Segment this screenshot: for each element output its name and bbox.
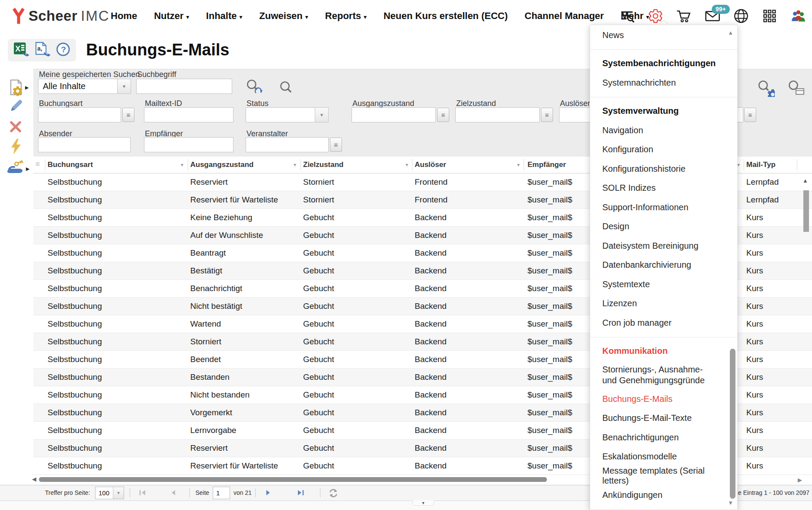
menu-item-10[interactable]: Support-Informationen	[590, 198, 737, 217]
filter-buchungsart-input[interactable]	[38, 107, 121, 122]
filter-zielzustand-input[interactable]	[455, 107, 540, 122]
menu-item-21[interactable]: Buchungs-E-Mail-Texte	[590, 409, 737, 428]
col-header-buchungsart[interactable]: Buchungsart	[48, 160, 93, 169]
column-menu-icon[interactable]: ▾	[181, 162, 183, 168]
menu-item-20[interactable]: Buchungs-E-Mails	[590, 389, 737, 409]
nav-item-5[interactable]: Neuen Kurs erstellen (ECC)	[384, 10, 508, 22]
per-page-label: Treffer pro Seite:	[45, 489, 90, 496]
next-page-button[interactable]	[265, 489, 272, 498]
veranstalter-list-button[interactable]: ≡	[330, 138, 342, 152]
menu-item-16[interactable]: Cron job manager	[590, 313, 737, 333]
menu-item-8[interactable]: Konfigurationshistorie	[590, 159, 737, 179]
refresh-icon[interactable]	[329, 489, 338, 499]
cell-ausgangszustand: Benachrichtigt	[190, 284, 242, 293]
cell-ausloeser: Backend	[415, 355, 447, 364]
menu-item-3[interactable]: Systemnachrichten	[590, 73, 737, 93]
column-menu-icon[interactable]: ▾	[294, 162, 296, 168]
cell-zielzustand: Storniert	[303, 195, 334, 205]
globe-icon[interactable]	[733, 7, 749, 25]
edit-pencil-icon[interactable]	[9, 99, 23, 115]
horizontal-scrollbar-thumb[interactable]	[39, 477, 547, 482]
ausloeser-list-button[interactable]: ≡	[744, 108, 756, 122]
menu-item-7[interactable]: Konfiguration	[590, 140, 737, 160]
settings-gear-icon[interactable]	[648, 7, 663, 25]
filter-absender-input[interactable]	[38, 137, 131, 152]
menu-scrollbar-thumb[interactable]	[730, 349, 735, 499]
menu-item-0[interactable]: News	[590, 26, 737, 45]
filter-status-select[interactable]: ▾	[246, 107, 329, 122]
last-page-button[interactable]	[297, 489, 305, 498]
prev-page-button[interactable]	[169, 489, 176, 498]
menu-item-11[interactable]: Design	[590, 217, 737, 237]
menu-item-12[interactable]: Dateisystem Bereinigung	[590, 236, 737, 256]
menu-item-22[interactable]: Benachrichtigungen	[590, 428, 737, 447]
nav-item-2[interactable]: Inhalte▾	[206, 10, 243, 22]
export-excel-icon[interactable]: X	[13, 42, 30, 59]
search-settings-icon[interactable]	[757, 80, 775, 99]
col-header-empfaenger[interactable]: Empfänger	[527, 160, 566, 169]
cart-icon[interactable]	[676, 7, 692, 25]
expand-arrow-icon[interactable]: ▶	[26, 166, 29, 172]
nav-item-3[interactable]: Zuweisen▾	[259, 10, 308, 22]
column-menu-icon[interactable]: ▾	[517, 162, 520, 168]
community-users-icon[interactable]	[790, 7, 806, 25]
menu-item-23[interactable]: Eskalationsmodelle	[590, 447, 737, 467]
scroll-right-icon[interactable]: ▶	[798, 477, 802, 483]
buchungsart-list-button[interactable]: ≡	[122, 108, 134, 122]
menu-scroll-down-icon[interactable]: ▼	[728, 500, 733, 506]
help-icon[interactable]: ?	[56, 42, 70, 58]
page-number-input[interactable]	[213, 487, 230, 499]
first-page-button[interactable]	[138, 489, 147, 498]
filter-ausgangszustand-input[interactable]	[352, 107, 436, 122]
scroll-left-icon[interactable]: ◀	[32, 476, 36, 482]
cell-empfaenger: $user_mail$	[527, 461, 572, 471]
assign-permissions-icon[interactable]	[6, 159, 25, 177]
nav-item-6[interactable]: Channel Manager	[524, 10, 604, 22]
menu-item-6[interactable]: Navigation	[590, 121, 737, 140]
column-menu-icon[interactable]: ▾	[406, 162, 408, 168]
menu-item-19[interactable]: Stornierungs-, Ausnahme- und Genehmigung…	[590, 361, 737, 389]
advanced-search-icon[interactable]	[619, 7, 635, 25]
ausgangszustand-list-button[interactable]: ≡	[437, 108, 449, 122]
mail-icon[interactable]: 99+	[705, 7, 720, 25]
brand-logo[interactable]: Scheer IMC	[12, 0, 110, 32]
cell-ausloeser: Backend	[415, 213, 447, 222]
per-page-select[interactable]: 100 ▾	[95, 487, 124, 499]
search-term-input[interactable]	[136, 79, 232, 94]
export-text-icon[interactable]: a,	[35, 42, 51, 59]
menu-scroll-up-icon[interactable]: ▲	[728, 29, 733, 36]
search-icon[interactable]	[279, 80, 294, 97]
menu-item-13[interactable]: Datenbankarchivierung	[590, 256, 737, 275]
saved-searches-select[interactable]: Alle Inhalte ▾	[38, 79, 131, 94]
lightning-icon[interactable]	[10, 138, 22, 157]
collapse-panel-handle[interactable]: ▼	[412, 500, 434, 506]
col-header-ausloeser[interactable]: Auslöser	[415, 160, 446, 169]
menu-divider	[590, 49, 737, 50]
drag-handle-icon[interactable]: ≡	[35, 160, 40, 169]
nav-item-1[interactable]: Nutzer▾	[154, 10, 189, 22]
search-reset-icon[interactable]	[246, 79, 263, 98]
filter-mailtext-id-input[interactable]	[144, 107, 233, 122]
col-header-mail-typ[interactable]: Mail-Typ	[746, 160, 776, 169]
menu-item-25[interactable]: Ankündigungen	[590, 486, 737, 505]
col-header-ausgangszustand[interactable]: Ausgangszustand	[190, 160, 253, 169]
new-search-icon[interactable]	[9, 79, 23, 98]
cell-empfaenger: $user_mail$	[527, 390, 572, 400]
apps-grid-icon[interactable]	[762, 7, 777, 25]
vertical-scrollbar-thumb[interactable]	[803, 190, 809, 232]
delete-x-icon[interactable]	[9, 120, 22, 135]
menu-item-15[interactable]: Lizenzen	[590, 294, 737, 314]
menu-item-24[interactable]: Message templates (Serial letters)	[590, 466, 737, 486]
col-header-zielzustand[interactable]: Zielzustand	[303, 160, 344, 169]
menu-item-9[interactable]: SOLR Indizes	[590, 179, 737, 198]
chevron-down-icon: ▾	[113, 487, 124, 499]
scroll-up-icon[interactable]: ▲	[802, 177, 808, 184]
nav-item-4[interactable]: Reports▾	[325, 10, 367, 22]
expand-arrow-icon[interactable]: ▶	[25, 85, 29, 90]
zielzustand-list-button[interactable]: ≡	[541, 108, 553, 122]
search-new-window-icon[interactable]	[787, 80, 805, 99]
filter-empfaenger-input[interactable]	[144, 137, 233, 152]
menu-item-14[interactable]: Systemtexte	[590, 275, 737, 294]
filter-veranstalter-input[interactable]	[246, 137, 329, 152]
nav-item-0[interactable]: Home	[111, 10, 137, 22]
